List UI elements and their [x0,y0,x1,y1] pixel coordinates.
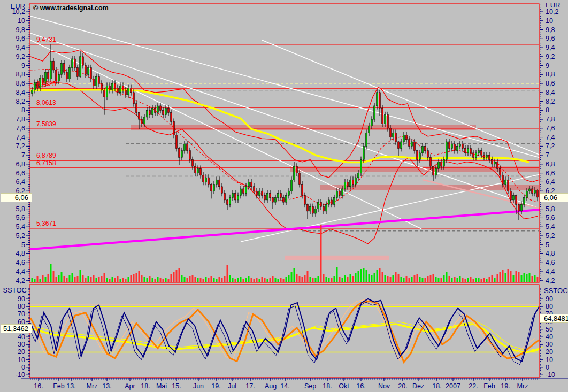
price-tick-label-right: 7,8 [546,116,555,123]
sstoc-tick-label-left: 10 [0,356,25,364]
price-level-label: 6,7158 [36,160,56,167]
price-tick-label-right: 9,4 [546,44,555,51]
sstoc-tick-label-left: 90 [0,295,25,303]
price-tick-label-left: 4,8 [0,250,25,257]
price-tick-label-right: 8,6 [546,80,555,87]
price-tick-label-left: 9,6 [0,35,25,42]
sstoc-tick-label-right: 80 [546,303,553,310]
pale-pink-trendline [423,180,540,209]
sstoc-tick-label-right: 90 [546,295,553,303]
price-tick-label-left: 8,4 [0,89,25,96]
price-tick-label-right: 5,2 [546,232,555,240]
price-tick-label-right: 4,2 [546,277,555,285]
price-tick-label-left: 5,6 [0,214,25,221]
volume-series [32,225,539,282]
price-axis-unit-right: EUR [546,1,560,9]
last-price-badge-right: 6,06 [540,193,568,202]
date-tick-label: 15. [165,382,188,390]
price-tick-label-right: 4,8 [546,250,555,257]
sstoc-tick-label-left: 20 [0,348,25,356]
price-tick-label-right: 5,8 [546,205,555,213]
price-tick-label-left: 5,2 [0,232,25,240]
sstoc-panel-label-right: SSTOC [544,287,568,295]
price-tick-label-right: 6,6 [546,170,555,177]
price-tick-label-left: 9,2 [0,53,25,60]
date-tick-label: 16. [349,382,373,390]
sstoc-tick-label-left: 30 [0,341,25,348]
sstoc-tick-label-right: 10 [546,356,553,364]
axis-tick-marks [21,5,568,381]
price-tick-label-right: 7,2 [546,142,555,150]
price-tick-label-left: 4,2 [0,277,25,285]
price-level-label: 7,5839 [36,121,56,128]
price-tick-label-right: 7 [546,151,549,159]
price-tick-label-right: 4,6 [546,259,555,266]
price-tick-label-right: 5 [546,241,549,249]
price-tick-label-right: 8,2 [546,98,555,105]
price-tick-label-left: 8 [0,106,25,114]
sstoc-value-badge-right: 64,8481 [540,314,568,323]
price-tick-label-right: 9,6 [546,35,555,42]
price-tick-label-right: 7,4 [546,134,555,141]
price-tick-label-left: 8,2 [0,98,25,105]
price-level-label: 5,3671 [36,220,56,227]
date-tick-label: 14. [273,382,297,390]
sstoc-tick-label-right: 30 [546,341,553,348]
price-tick-label-left: 8,6 [0,80,25,87]
price-level-label: 9,4731 [36,36,56,43]
date-tick-label: Mrz [511,382,534,390]
date-tick-label: 13. [59,382,83,390]
sstoc-value-badge-left: 51,3462 [1,324,32,333]
sstoc-tick-label-left: 80 [0,303,25,310]
sstoc-tick-label-right: 0 [546,364,549,371]
price-tick-label-right: 8 [546,106,549,114]
price-level-label: 8,4825 [36,81,56,88]
price-tick-label-left: 10 [0,17,25,25]
sstoc-tick-label-left: 70 [0,310,25,318]
price-tick-label-right: 5,4 [546,223,555,230]
sstoc-tick-label-left: 0 [0,364,25,371]
sstoc-tick-label-right: 20 [546,348,553,356]
sstoc-tick-label-left: 40 [0,333,25,341]
price-tick-label-left: 7,2 [0,142,25,150]
price-tick-label-right: 9,8 [546,26,555,34]
price-tick-label-right: 8,4 [546,89,555,96]
sstoc-tick-label-right: 40 [546,333,553,341]
price-tick-label-left: 4,4 [0,268,25,275]
sstoc-tick-label-right: -10 [546,371,555,379]
price-tick-label-left: 9,4 [0,44,25,51]
price-tick-label-left: 7,8 [0,116,25,123]
last-price-badge-left: 6,06 [1,193,32,202]
price-tick-label-left: 7,6 [0,125,25,132]
price-tick-label-left: 7 [0,151,25,159]
price-tick-label-right: 10 [546,17,553,25]
price-axis-unit-left: EUR [0,2,25,10]
price-level-label: 8,0613 [36,99,56,106]
price-tick-label-left: 7,4 [0,134,25,141]
candlestick-series [32,44,539,220]
price-tick-label-right: 6,4 [546,178,555,186]
price-tick-label-right: 8,8 [546,71,555,78]
price-tick-label-right: 9,2 [546,53,555,60]
price-tick-label-left: 6,4 [0,178,25,186]
price-tick-label-right: 9 [546,62,549,70]
price-tick-label-right: 10,2 [546,8,558,16]
price-tick-label-left: 5,8 [0,205,25,213]
price-tick-label-left: 5,4 [0,223,25,230]
sstoc-k-lines [28,299,539,365]
sstoc-panel-label-left: SSTOC [0,286,27,294]
sstoc-tick-label-right: 50 [546,326,553,333]
price-tick-label-right: 6,8 [546,160,555,168]
date-tick-label: 13. [95,382,119,390]
chart-canvas[interactable] [0,0,568,392]
price-tick-label-left: 6,6 [0,170,25,177]
price-tick-label-left: 6,8 [0,160,25,168]
price-level-label: 6,8789 [36,152,56,159]
price-tick-label-left: 9,8 [0,26,25,34]
price-tick-label-left: 4,6 [0,259,25,266]
price-tick-label-left: 8,8 [0,71,25,78]
sstoc-d-lines [26,299,539,362]
price-tick-label-left: 9 [0,62,25,70]
price-tick-label-right: 5,6 [546,214,555,221]
price-tick-label-right: 7,6 [546,125,555,132]
